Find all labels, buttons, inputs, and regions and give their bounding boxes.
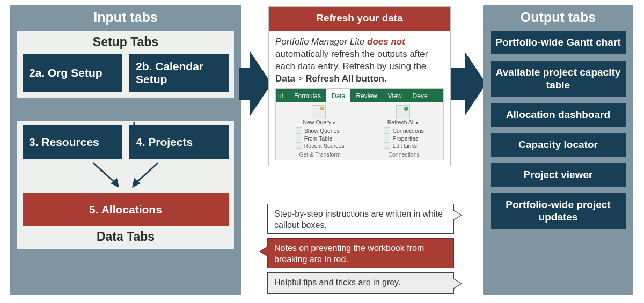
connections-group-label: Connections — [368, 150, 440, 159]
tile-org-setup-label: 2a. Org Setup — [29, 66, 103, 79]
ribbon-group-get-transform: New Query ▾ Show Queries From Table Rece… — [276, 102, 364, 160]
svg-line-2 — [93, 163, 116, 183]
refresh-body-rest: automatically refresh the outputs after … — [275, 49, 428, 71]
output-item-capacity-table: Available project capacity table — [491, 61, 626, 97]
tile-projects-label: 4. Projects — [136, 136, 193, 149]
arrows-merge-icon — [56, 161, 195, 192]
ribbon-tab-data[interactable]: Data — [326, 89, 350, 102]
ribbon-tab-formulas[interactable]: Formulas — [289, 89, 326, 102]
callout-red-text: Notes on preventing the workbook from br… — [274, 243, 424, 264]
excel-ribbon: ut Formulas Data Review View Deve New Qu… — [275, 88, 444, 160]
data-tabs-title: Data Tabs — [23, 230, 229, 244]
ribbon-tab-view[interactable]: View — [383, 89, 407, 102]
refresh-bold-button: Refresh All button. — [305, 73, 386, 84]
refresh-sep: > — [295, 73, 305, 84]
input-tabs-title: Input tabs — [10, 5, 241, 31]
svg-marker-7 — [447, 51, 486, 116]
tile-allocations: 5. Allocations — [23, 193, 229, 226]
ribbon-tabs: ut Formulas Data Review View Deve — [276, 89, 443, 102]
refresh-card: Refresh your data Portfolio Manager Lite… — [268, 6, 451, 166]
refresh-all-button[interactable]: Refresh All ▾ — [387, 104, 419, 126]
setup-tabs-subpanel: Setup Tabs 2a. Org Setup 2b. Calendar Se… — [17, 31, 234, 98]
svg-marker-5 — [132, 178, 141, 188]
flow-arrow-right-icon — [447, 51, 486, 116]
output-item-project-updates: Portfolio-wide project updates — [491, 193, 626, 230]
recent-sources-button[interactable]: Recent Sources — [296, 142, 345, 150]
new-query-icon — [312, 105, 326, 119]
setup-tabs-title: Setup Tabs — [23, 35, 229, 49]
output-item-allocation-dashboard: Allocation dashboard — [491, 103, 626, 127]
refresh-all-icon — [396, 105, 410, 119]
refresh-bold-data: Data — [275, 73, 295, 84]
svg-marker-6 — [239, 51, 272, 116]
get-transform-group-label: Get & Transform — [279, 150, 361, 159]
new-query-button[interactable]: New Query ▾ — [303, 104, 334, 126]
callout-grey-text: Helpful tips and tricks are in grey. — [274, 278, 400, 287]
flow-arrow-right-icon — [239, 51, 272, 116]
refresh-all-label: Refresh All ▾ — [387, 120, 419, 126]
ribbon-tab-developer[interactable]: Deve — [407, 89, 433, 102]
svg-marker-3 — [111, 178, 119, 188]
ribbon-group-connections: Refresh All ▾ Connections Properties Edi… — [364, 102, 443, 160]
new-query-label: New Query ▾ — [303, 120, 334, 126]
data-tabs-subpanel: 3. Resources 4. Projects 5. Allocations … — [17, 121, 234, 249]
ribbon-tab-layout[interactable]: ut — [276, 89, 289, 102]
properties-button[interactable]: Properties — [384, 135, 423, 142]
input-tabs-panel: Input tabs Setup Tabs 2a. Org Setup 2b. … — [10, 5, 241, 295]
does-not-text: does not — [367, 36, 405, 47]
tile-allocations-label: 5. Allocations — [89, 203, 162, 216]
callout-white: Step-by-step instructions are written in… — [267, 204, 454, 234]
tile-org-setup: 2a. Org Setup — [23, 54, 122, 92]
output-tabs-panel: Output tabs Portfolio-wide Gantt chart A… — [483, 5, 633, 295]
output-item-capacity-locator: Capacity locator — [491, 133, 626, 157]
svg-line-4 — [135, 163, 158, 183]
callout-white-text: Step-by-step instructions are written in… — [274, 209, 443, 230]
tile-calendar-setup: 2b. Calendar Setup — [129, 54, 229, 92]
refresh-card-body: Portfolio Manager Lite does not automati… — [269, 31, 450, 166]
refresh-card-header: Refresh your data — [269, 7, 450, 31]
product-name: Portfolio Manager Lite — [275, 36, 364, 47]
output-item-project-viewer: Project viewer — [491, 163, 626, 187]
tile-projects: 4. Projects — [129, 125, 229, 159]
tile-calendar-setup-label: 2b. Calendar Setup — [136, 60, 222, 86]
output-tabs-title: Output tabs — [483, 5, 633, 31]
callout-red: Notes on preventing the workbook from br… — [267, 238, 454, 268]
tile-resources: 3. Resources — [23, 125, 122, 159]
ribbon-tab-review[interactable]: Review — [350, 89, 382, 102]
connections-button[interactable]: Connections — [384, 127, 423, 135]
output-item-gantt: Portfolio-wide Gantt chart — [491, 31, 626, 54]
show-queries-button[interactable]: Show Queries — [296, 127, 345, 135]
edit-links-button[interactable]: Edit Links — [384, 142, 423, 150]
from-table-button[interactable]: From Table — [296, 135, 345, 142]
callout-grey: Helpful tips and tricks are in grey. — [267, 272, 454, 294]
tile-resources-label: 3. Resources — [29, 136, 99, 149]
